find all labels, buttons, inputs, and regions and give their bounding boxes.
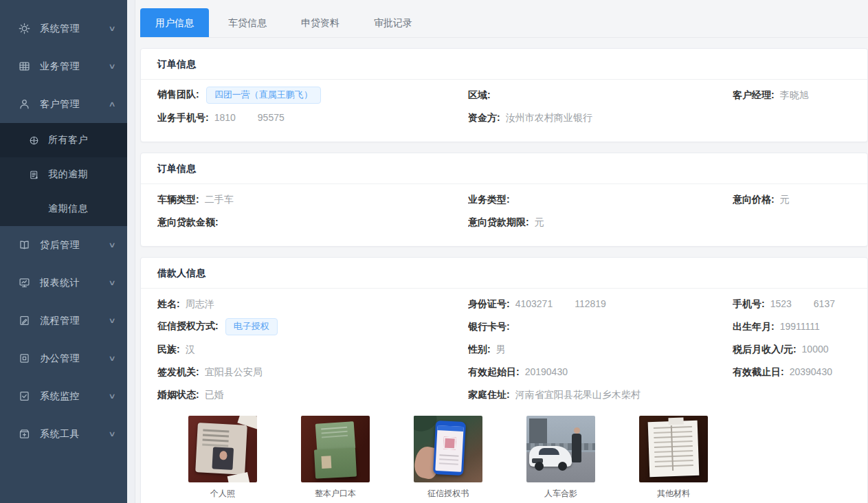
sidebar-item-customer-mgmt[interactable]: 客户管理 <box>0 85 127 123</box>
sidebar-item-my-overdue[interactable]: 我的逾期 <box>0 157 127 192</box>
field-value: 1810 <box>214 112 236 123</box>
field-vehicle-type: 车辆类型:二手车 <box>157 194 468 206</box>
field-label: 区域: <box>468 89 491 100</box>
sidebar-item-office-mgmt[interactable]: 办公管理 <box>0 339 127 377</box>
sidebar-item-label: 系统工具 <box>40 428 109 440</box>
field-intent-loan-term: 意向贷款期限:元 <box>468 216 733 229</box>
field-business-phone: 业务手机号:181095575 <box>157 112 468 124</box>
field-intent-loan-amount: 意向贷款金额: <box>157 216 468 229</box>
no-icon <box>27 203 40 215</box>
sidebar-item-system-mgmt[interactable]: 系统管理 <box>0 10 127 47</box>
photo-detail <box>529 418 547 446</box>
field-label: 银行卡号: <box>468 321 510 332</box>
sidebar-item-system-monitor[interactable]: 系统监控 <box>0 377 127 415</box>
app-window: { "colors": { "accent_blue": "#2b8cf0", … <box>0 0 868 503</box>
field-value: 10000 <box>802 344 829 355</box>
order-info-card-2: 订单信息 车辆类型:二手车 业务类型: 意向价格:元 意向贷款金额: 意向贷 <box>140 153 868 247</box>
tab-user-info[interactable]: 用户信息 <box>140 8 209 37</box>
field-value: 二手车 <box>205 194 234 205</box>
chevron-down-icon <box>108 392 115 401</box>
field-label: 业务手机号: <box>157 112 209 123</box>
sidebar-item-label: 报表统计 <box>40 277 109 289</box>
field-gender: 性别:男 <box>468 344 733 356</box>
field-value: 112819 <box>575 298 606 309</box>
credit-auth-photo-thumbnail[interactable] <box>414 416 482 482</box>
qr-code <box>443 437 456 450</box>
sidebar-item-business-mgmt[interactable]: 业务管理 <box>0 47 127 85</box>
tab-approval-records[interactable]: 审批记录 <box>359 8 427 37</box>
tab-loan-materials[interactable]: 申贷资料 <box>286 8 355 37</box>
field-ethnicity: 民族:汉 <box>157 344 468 356</box>
sidebar-item-label: 所有客户 <box>48 134 115 146</box>
field-bank-card: 银行卡号: <box>468 321 733 333</box>
wheel-icon <box>27 134 40 146</box>
field-label: 姓名: <box>157 298 180 309</box>
card-body: 销售团队:四团一营（直属王鹏飞） 区域: 客户经理:李晓旭 业务手机号:1810… <box>141 80 867 142</box>
field-label: 民族: <box>157 344 180 355</box>
household-register-photo-thumbnail[interactable] <box>301 416 370 482</box>
card-body: 姓名:周志洋 身份证号:4103271112819 手机号:15236137 征… <box>141 289 867 503</box>
field-label: 家庭住址: <box>468 389 510 400</box>
field-value: 元 <box>535 216 544 227</box>
sales-team-badge[interactable]: 四团一营（直属王鹏飞） <box>206 87 321 104</box>
field-label: 车辆类型: <box>157 194 199 205</box>
field-label: 有效起始日: <box>468 366 520 377</box>
field-label: 意向贷款期限: <box>468 216 529 227</box>
card-title: 借款人信息 <box>157 267 205 278</box>
photo-caption: 个人照 <box>188 488 257 500</box>
sidebar-item-report-stats[interactable]: 报表统计 <box>0 264 127 302</box>
credit-auth-badge[interactable]: 电子授权 <box>225 318 278 335</box>
field-label: 婚姻状态: <box>157 389 199 400</box>
photo-caption: 征信授权书 <box>414 488 482 500</box>
field-value: 4103271 <box>515 298 553 309</box>
photo-detail <box>315 421 356 451</box>
field-value: 20390430 <box>790 366 832 377</box>
tab-carloan-info[interactable]: 车贷信息 <box>213 8 282 37</box>
field-value: 李晓旭 <box>780 89 809 100</box>
field-issuing-authority: 签发机关:宜阳县公安局 <box>157 366 468 379</box>
field-label: 客户经理: <box>733 89 775 100</box>
sidebar-item-all-customers[interactable]: 所有客户 <box>0 123 127 157</box>
customer-mgmt-submenu: 所有客户 我的逾期 逾期信息 <box>0 123 127 226</box>
sidebar-item-postloan-mgmt[interactable]: 贷后管理 <box>0 226 127 264</box>
field-value: 95575 <box>258 112 285 123</box>
sidebar: 系统管理 业务管理 客户管理 所有客户 我的逾期 逾 <box>0 0 127 503</box>
sidebar-item-label: 贷后管理 <box>40 239 109 252</box>
field-name: 姓名:周志洋 <box>157 298 468 311</box>
order-info-card-1: 订单信息 销售团队:四团一营（直属王鹏飞） 区域: 客户经理:李晓旭 业务手机号… <box>140 48 868 142</box>
field-label: 身份证号: <box>468 298 510 309</box>
square-icon <box>18 353 30 365</box>
field-row: 业务手机号:181095575 资金方:汝州市农村商业银行 <box>157 107 851 129</box>
field-value: 男 <box>496 344 506 355</box>
sidebar-item-overdue-info[interactable]: 逾期信息 <box>0 192 127 226</box>
sidebar-item-label: 业务管理 <box>40 60 109 73</box>
book-icon <box>18 239 30 252</box>
field-valid-from: 有效起始日:20190430 <box>468 366 733 379</box>
chevron-down-icon <box>108 241 115 249</box>
sidebar-item-process-mgmt[interactable]: 流程管理 <box>0 302 127 339</box>
field-label: 手机号: <box>733 298 765 309</box>
field-value: 汉 <box>186 344 195 355</box>
field-marital-status: 婚姻状态:已婚 <box>157 389 468 401</box>
photo-detail <box>212 447 234 470</box>
field-value: 1523 <box>770 298 792 309</box>
field-row: 民族:汉 性别:男 税后月收入/元:10000 <box>157 338 851 361</box>
field-mobile-phone: 手机号:15236137 <box>733 298 851 311</box>
photo-caption: 整本户口本 <box>301 488 370 500</box>
person-with-car-photo-thumbnail[interactable] <box>526 416 595 482</box>
handwritten-document-photo-thumbnail[interactable] <box>639 416 708 482</box>
chevron-down-icon <box>108 354 115 363</box>
card-body: 车辆类型:二手车 业务类型: 意向价格:元 意向贷款金额: 意向贷款期限:元 <box>141 184 867 246</box>
photo-detail <box>435 425 463 472</box>
field-value: 20190430 <box>525 366 568 377</box>
field-row: 意向贷款金额: 意向贷款期限:元 <box>157 211 851 234</box>
checklist-icon <box>18 390 30 403</box>
borrower-info-card: 借款人信息 姓名:周志洋 身份证号:4103271112819 手机号:1523… <box>140 257 868 503</box>
photo-detail <box>648 421 700 477</box>
photo-caption: 其他材料 <box>639 488 708 500</box>
sidebar-item-system-tools[interactable]: 系统工具 <box>0 415 127 453</box>
photo-detail <box>535 462 544 471</box>
field-label: 业务类型: <box>468 194 510 205</box>
id-card-photo-thumbnail[interactable] <box>188 416 257 482</box>
field-value: 宜阳县公安局 <box>205 366 263 377</box>
